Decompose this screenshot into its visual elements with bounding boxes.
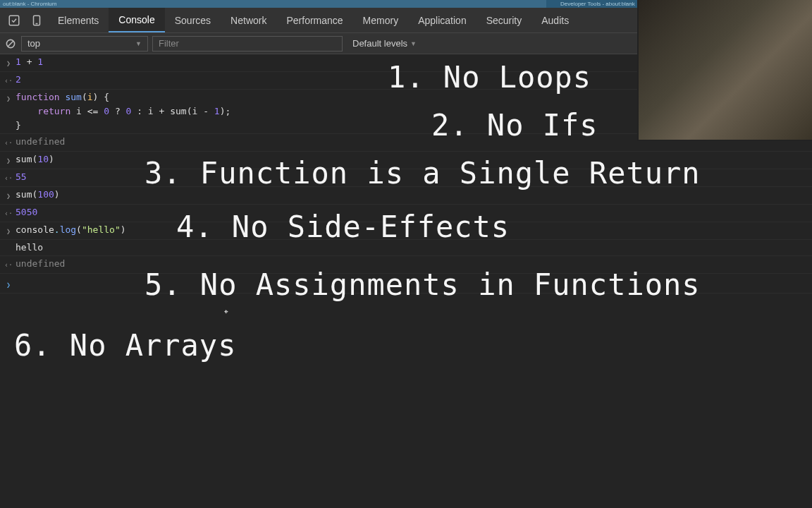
titlebar-center: Developer Tools - about:blank bbox=[546, 0, 649, 8]
console-row-in: ❯sum(100) bbox=[0, 187, 812, 205]
return-icon: ‹· bbox=[4, 74, 13, 88]
console-row-out: ‹·55 bbox=[0, 169, 812, 187]
context-select[interactable]: top ▼ bbox=[21, 36, 148, 52]
device-icon[interactable] bbox=[28, 12, 45, 29]
return-icon: ‹· bbox=[4, 207, 13, 221]
tab-network[interactable]: Network bbox=[221, 8, 276, 32]
levels-label: Default levels bbox=[352, 38, 407, 49]
chevron-right-icon: ❯ bbox=[6, 224, 11, 238]
inspect-icon[interactable] bbox=[6, 12, 23, 29]
chevron-right-icon: ❯ bbox=[6, 92, 11, 106]
tab-console[interactable]: Console bbox=[109, 8, 164, 32]
tab-application[interactable]: Application bbox=[408, 8, 476, 32]
titlebar-left: out:blank - Chromium bbox=[0, 1, 546, 7]
console-row-out: ‹·5050 bbox=[0, 205, 812, 222]
console-row-prompt: ❯ bbox=[0, 274, 812, 294]
chevron-down-icon: ▼ bbox=[410, 40, 417, 47]
console-row-in: ❯sum(10) bbox=[0, 152, 812, 169]
tab-security[interactable]: Security bbox=[476, 8, 532, 32]
context-value: top bbox=[27, 38, 40, 49]
levels-select[interactable]: Default levels ▼ bbox=[347, 38, 422, 49]
mouse-cursor: ⌖ bbox=[224, 308, 228, 316]
chevron-down-icon: ▼ bbox=[135, 40, 142, 47]
tab-audits[interactable]: Audits bbox=[531, 8, 579, 32]
svg-line-4 bbox=[8, 41, 13, 47]
tab-performance[interactable]: Performance bbox=[276, 8, 352, 32]
chevron-right-icon: ❯ bbox=[6, 154, 11, 168]
return-icon: ‹· bbox=[4, 136, 13, 150]
chevron-right-icon: ❯ bbox=[6, 56, 11, 71]
tab-memory[interactable]: Memory bbox=[353, 8, 409, 32]
tab-elements[interactable]: Elements bbox=[48, 8, 109, 32]
return-icon: ‹· bbox=[4, 258, 13, 272]
filter-input[interactable] bbox=[152, 36, 343, 52]
webcam-overlay bbox=[637, 0, 812, 141]
chevron-right-icon: ❯ bbox=[6, 189, 11, 203]
clear-console-icon[interactable] bbox=[4, 37, 17, 50]
return-icon: ‹· bbox=[4, 171, 13, 186]
svg-rect-0 bbox=[9, 16, 19, 25]
chevron-right-icon: ❯ bbox=[6, 278, 11, 292]
console-row-log: hello bbox=[0, 240, 812, 256]
console-row-in: ❯console.log("hello") bbox=[0, 222, 812, 240]
rule-item: 6. No Arrays bbox=[14, 330, 236, 361]
tab-sources[interactable]: Sources bbox=[165, 8, 221, 32]
console-row-out: ‹·undefined bbox=[0, 256, 812, 274]
